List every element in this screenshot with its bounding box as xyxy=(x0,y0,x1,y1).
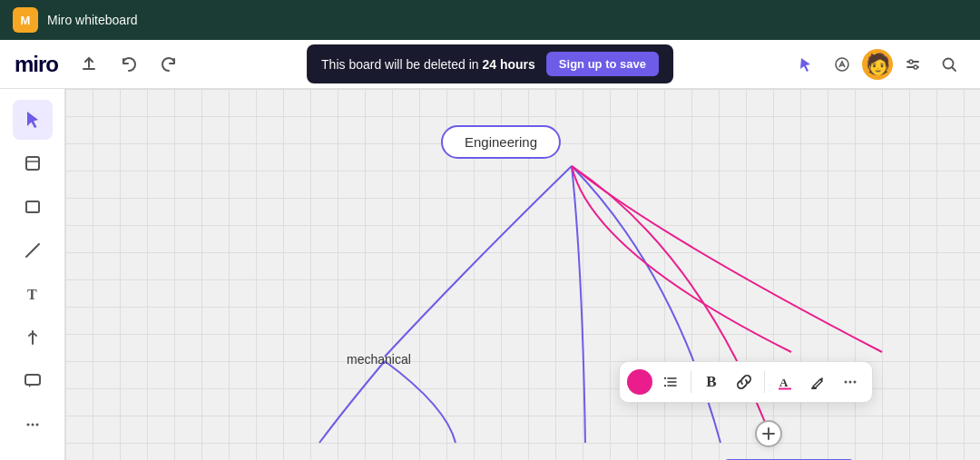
svg-rect-13 xyxy=(25,375,40,385)
add-node-button[interactable] xyxy=(755,420,782,447)
left-sidebar: T xyxy=(0,89,65,460)
notification-text: This board will be deleted in 24 hours xyxy=(321,57,535,72)
toolbar-divider-1 xyxy=(691,371,691,393)
highlight-button[interactable] xyxy=(803,367,832,396)
miro-wordmark: miro xyxy=(15,52,58,77)
settings-icon xyxy=(904,55,922,73)
sidebar-tool-text[interactable]: T xyxy=(13,274,53,314)
svg-rect-10 xyxy=(26,201,39,212)
rectangle-tool-icon xyxy=(23,197,43,217)
right-toolbar: 🧑 xyxy=(789,48,965,81)
line-spacing-icon xyxy=(662,374,679,390)
upload-button[interactable] xyxy=(73,48,105,81)
line-tool-icon xyxy=(23,240,43,260)
sidebar-tool-select[interactable] xyxy=(13,100,53,140)
undo-icon xyxy=(120,55,138,73)
frame-tool-icon xyxy=(23,153,43,173)
sidebar-tool-rectangle[interactable] xyxy=(13,187,53,227)
more-options-button[interactable] xyxy=(836,367,865,396)
sidebar-tool-pen[interactable] xyxy=(13,318,53,357)
svg-line-11 xyxy=(26,244,39,257)
line-spacing-button[interactable] xyxy=(656,367,685,396)
main-area: T xyxy=(0,89,980,460)
svg-point-14 xyxy=(26,424,29,426)
comment-tool-icon xyxy=(23,371,43,391)
color-picker-button[interactable] xyxy=(627,369,652,395)
bold-button[interactable]: B xyxy=(697,367,726,396)
sidebar-tool-frame[interactable] xyxy=(13,143,53,183)
search-icon xyxy=(940,55,958,73)
svg-point-5 xyxy=(914,65,917,69)
pen-icon xyxy=(833,55,851,73)
settings-button[interactable] xyxy=(897,48,929,81)
svg-line-7 xyxy=(953,67,956,71)
text-color-button[interactable]: A xyxy=(770,367,799,396)
avatar: 🧑 xyxy=(862,49,893,80)
svg-point-26 xyxy=(854,381,857,384)
text-tool-icon: T xyxy=(23,284,43,304)
notification-banner: This board will be deleted in 24 hours S… xyxy=(307,44,673,83)
svg-text:A: A xyxy=(779,376,789,389)
more-tools-icon xyxy=(23,415,43,435)
undo-button[interactable] xyxy=(113,48,145,81)
svg-rect-0 xyxy=(83,68,95,70)
miro-logo-icon: M xyxy=(13,7,38,33)
toolbar-divider-2 xyxy=(764,371,765,393)
plus-icon xyxy=(761,426,776,441)
search-button[interactable] xyxy=(933,48,965,81)
svg-rect-8 xyxy=(26,157,39,170)
select-tool-icon xyxy=(23,110,43,130)
main-toolbar: miro This board will be deleted in 24 ho… xyxy=(0,40,980,89)
window-title: Miro whiteboard xyxy=(47,13,138,27)
signup-button[interactable]: Sign up to save xyxy=(546,52,659,76)
redo-icon xyxy=(160,55,178,73)
sidebar-tool-line[interactable] xyxy=(13,230,53,270)
svg-point-24 xyxy=(845,381,848,384)
highlight-icon xyxy=(809,374,826,390)
redo-button[interactable] xyxy=(152,48,185,81)
upload-icon xyxy=(80,55,98,73)
svg-point-16 xyxy=(35,424,38,426)
canvas-area[interactable]: Engineering mechanical newton's laws fra… xyxy=(65,89,980,460)
svg-point-6 xyxy=(944,58,954,68)
more-options-icon xyxy=(842,374,858,390)
svg-text:T: T xyxy=(27,287,37,302)
cursor-icon xyxy=(797,55,815,73)
svg-point-25 xyxy=(849,381,852,384)
link-icon xyxy=(736,374,752,390)
floating-text-toolbar: B A xyxy=(619,361,873,403)
svg-point-1 xyxy=(836,58,848,71)
titlebar: M Miro whiteboard xyxy=(0,0,980,40)
mechanical-label[interactable]: mechanical xyxy=(347,352,411,367)
link-button[interactable] xyxy=(730,367,759,396)
sidebar-tool-more[interactable] xyxy=(13,405,53,445)
pen-mode-button[interactable] xyxy=(826,48,858,81)
text-color-icon: A xyxy=(777,374,793,390)
select-mode-button[interactable] xyxy=(789,48,822,81)
svg-point-4 xyxy=(909,60,913,64)
engineering-node[interactable]: Engineering xyxy=(441,125,561,159)
sidebar-tool-comment[interactable] xyxy=(13,361,53,401)
svg-point-15 xyxy=(31,424,34,426)
pen-tool-icon xyxy=(23,328,43,347)
